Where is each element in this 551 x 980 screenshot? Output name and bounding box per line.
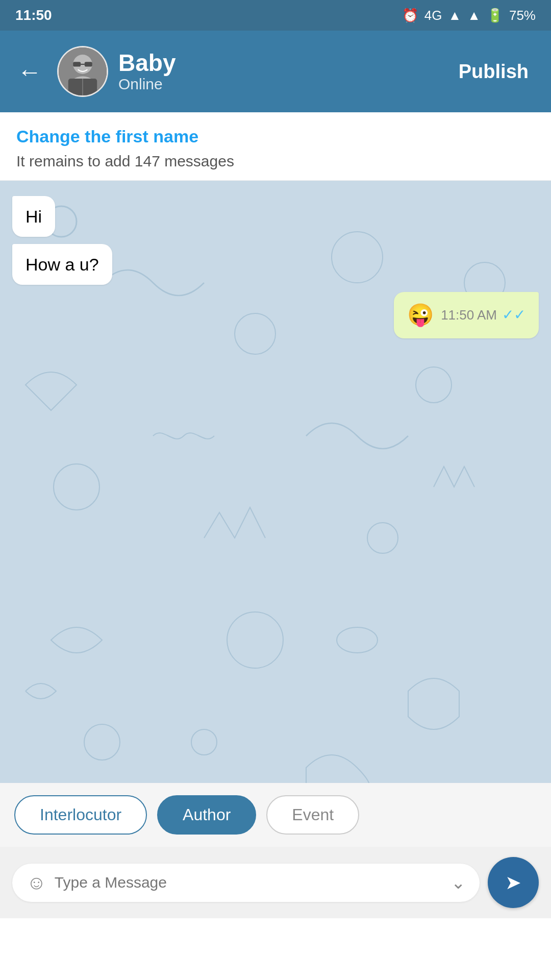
svg-point-18 (191, 729, 217, 755)
svg-point-15 (84, 724, 120, 760)
dropdown-button[interactable]: ⌄ (451, 872, 465, 893)
notice-title[interactable]: Change the first name (16, 127, 535, 146)
signal-icon-2: ▲ (467, 8, 481, 23)
signal-label: 4G (424, 8, 442, 23)
svg-rect-4 (85, 62, 92, 66)
message-read-indicator: ✓✓ (502, 306, 525, 324)
svg-point-17 (337, 627, 378, 653)
tab-author[interactable]: Author (157, 795, 256, 835)
message-text-2: How a u? (26, 255, 99, 274)
contact-info: Baby Online (118, 50, 438, 93)
svg-point-14 (227, 612, 283, 668)
input-bar: ☺ ⌄ ➤ (0, 847, 551, 918)
chat-area: Hi How a u? 😜 11:50 AM ✓✓ (0, 181, 551, 783)
publish-button[interactable]: Publish (448, 56, 539, 88)
svg-point-12 (54, 464, 99, 510)
contact-name: Baby (118, 50, 438, 76)
status-time: 11:50 (15, 7, 52, 23)
contact-avatar (57, 46, 108, 97)
alarm-icon: ⏰ (402, 8, 418, 23)
back-button[interactable]: ← (12, 53, 47, 91)
messages-container: Hi How a u? 😜 11:50 AM ✓✓ (12, 196, 539, 338)
sent-meta: 11:50 AM ✓✓ (441, 306, 525, 324)
input-wrapper: ☺ ⌄ (12, 864, 480, 902)
notice-bar: Change the first name It remains to add … (0, 112, 551, 181)
battery-label: 75% (509, 8, 536, 23)
signal-icon: ▲ (448, 8, 461, 23)
message-received-1: Hi (12, 196, 55, 237)
battery-icon: 🔋 (487, 8, 503, 23)
message-text-1: Hi (26, 207, 42, 226)
message-received-2: How a u? (12, 244, 112, 285)
tab-event[interactable]: Event (266, 795, 359, 835)
message-type-tabs: Interlocutor Author Event (0, 783, 551, 847)
message-input[interactable] (55, 874, 443, 891)
svg-rect-3 (73, 62, 81, 66)
status-icons: ⏰ 4G ▲ ▲ 🔋 75% (402, 8, 536, 23)
send-button[interactable]: ➤ (488, 857, 539, 908)
notice-text: It remains to add 147 messages (16, 153, 535, 170)
sent-content: 😜 11:50 AM ✓✓ (407, 301, 525, 329)
message-sent-1: 😜 11:50 AM ✓✓ (394, 292, 539, 338)
tab-interlocutor[interactable]: Interlocutor (14, 795, 147, 835)
svg-point-13 (367, 523, 398, 553)
sent-time: 11:50 AM (441, 307, 497, 324)
contact-status: Online (118, 76, 438, 93)
svg-point-11 (416, 367, 452, 403)
header: ← Baby Online Publish (0, 31, 551, 112)
avatar-image (59, 47, 107, 95)
send-icon: ➤ (505, 871, 521, 894)
emoji-button[interactable]: ☺ (27, 872, 46, 894)
status-bar: 11:50 ⏰ 4G ▲ ▲ 🔋 75% (0, 0, 551, 31)
sent-emoji: 😜 (407, 301, 434, 329)
